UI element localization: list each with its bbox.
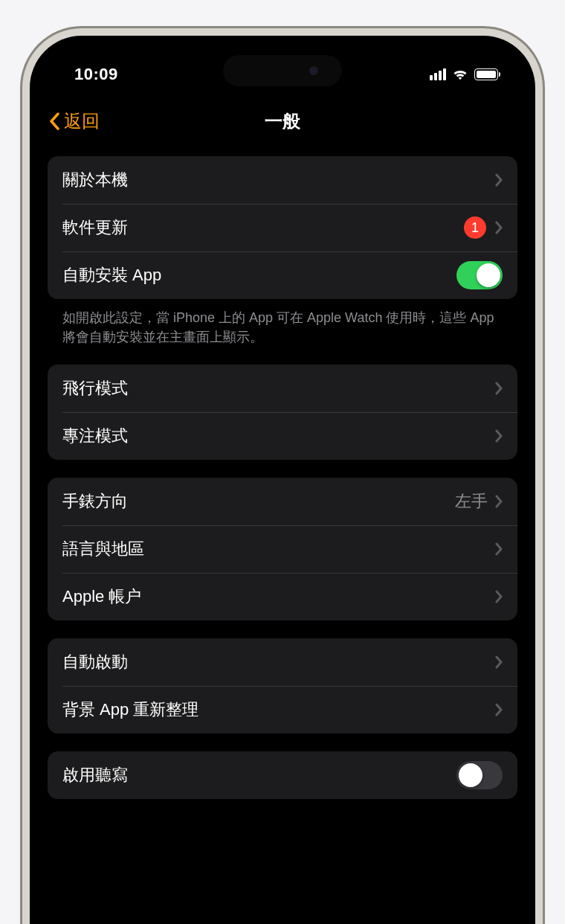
chevron-right-icon: [495, 173, 503, 187]
wifi-icon: [452, 68, 468, 81]
airplane-mode-label: 飛行模式: [62, 377, 495, 400]
chevron-right-icon: [495, 495, 503, 508]
airplane-mode-row[interactable]: 飛行模式: [48, 365, 517, 412]
chevron-right-icon: [495, 703, 503, 716]
software-update-label: 軟件更新: [62, 216, 464, 239]
language-region-label: 語言與地區: [62, 538, 495, 560]
status-time: 10:09: [74, 65, 118, 84]
content-area: 關於本機 軟件更新 1 自動安裝 App 如開啟此設定，當 iPhone 上的 …: [30, 156, 535, 799]
chevron-left-icon: [49, 112, 61, 130]
battery-icon: [474, 68, 498, 80]
background-refresh-label: 背景 App 重新整理: [62, 699, 495, 721]
about-label: 關於本機: [62, 169, 495, 191]
software-update-row[interactable]: 軟件更新 1: [48, 204, 517, 251]
auto-launch-row[interactable]: 自動啟動: [48, 638, 517, 686]
notification-badge: 1: [464, 216, 486, 239]
orientation-value: 左手: [455, 490, 488, 513]
orientation-row[interactable]: 手錶方向 左手: [48, 478, 517, 525]
auto-install-label: 自動安裝 App: [62, 264, 456, 286]
background-refresh-row[interactable]: 背景 App 重新整理: [48, 686, 517, 734]
status-indicators: [430, 68, 498, 81]
page-title: 一般: [265, 109, 300, 133]
auto-install-footer: 如開啟此設定，當 iPhone 上的 App 可在 Apple Watch 使用…: [48, 299, 517, 347]
chevron-right-icon: [495, 655, 503, 669]
back-label: 返回: [64, 109, 100, 133]
chevron-right-icon: [495, 382, 503, 395]
language-region-row[interactable]: 語言與地區: [48, 525, 517, 573]
apple-account-label: Apple 帳户: [62, 585, 495, 608]
cellular-signal-icon: [430, 68, 446, 80]
auto-install-row: 自動安裝 App: [48, 251, 517, 299]
focus-mode-row[interactable]: 專注模式: [48, 412, 517, 460]
auto-launch-label: 自動啟動: [62, 651, 495, 673]
chevron-right-icon: [495, 542, 503, 556]
navigation-bar: 返回 一般: [30, 95, 535, 147]
settings-group-dictation: 啟用聽寫: [48, 751, 517, 799]
focus-mode-label: 專注模式: [62, 425, 495, 447]
dictation-row: 啟用聽寫: [48, 751, 517, 799]
chevron-right-icon: [495, 429, 503, 443]
settings-group-general: 關於本機 軟件更新 1 自動安裝 App: [48, 156, 517, 299]
settings-group-device: 手錶方向 左手 語言與地區 Apple 帳户: [48, 478, 517, 620]
settings-group-activity: 自動啟動 背景 App 重新整理: [48, 638, 517, 734]
chevron-right-icon: [495, 221, 503, 234]
auto-install-toggle[interactable]: [456, 261, 503, 289]
about-row[interactable]: 關於本機: [48, 156, 517, 204]
dictation-toggle[interactable]: [456, 761, 503, 789]
phone-frame: 10:09 返回 一般 關於本機: [30, 36, 535, 924]
back-button[interactable]: 返回: [49, 109, 100, 133]
apple-account-row[interactable]: Apple 帳户: [48, 573, 517, 620]
dynamic-island: [223, 55, 342, 86]
settings-group-modes: 飛行模式 專注模式: [48, 365, 517, 460]
orientation-label: 手錶方向: [62, 490, 455, 513]
dictation-label: 啟用聽寫: [62, 764, 456, 786]
chevron-right-icon: [495, 590, 503, 603]
